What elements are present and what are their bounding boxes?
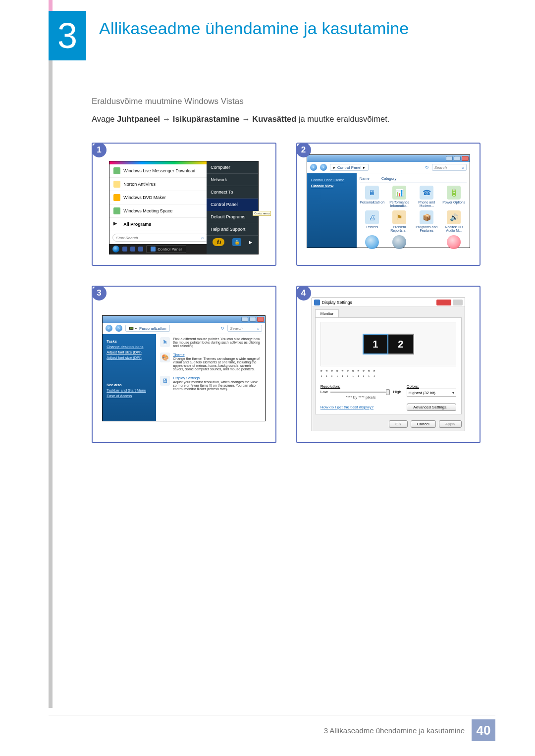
startmenu-right-item[interactable]: Computer [207,161,258,174]
resolution-slider[interactable]: Low High [321,390,401,394]
taskbar: Control Panel [109,244,207,254]
perso-mouse-pointers[interactable]: 🖱 Pick a different mouse pointer. You ca… [160,337,261,348]
screenshot-step3: 3 ‹ › 📟 « Personalization ↻ Search⌕ [92,286,276,443]
task-font-size-label[interactable]: Adjust font size (DPI) [107,355,152,360]
start-search[interactable]: ⌕ [109,231,207,244]
start-search-input[interactable] [112,234,209,242]
cp-home-link[interactable]: Control Panel Home [311,178,353,182]
all-programs[interactable]: All Programs [109,218,207,231]
titlebar: Display Settings [312,298,465,307]
taskbar-startmenu-link[interactable]: Taskbar and Start Menu [107,388,152,393]
col-name[interactable]: Name [360,176,370,181]
cp-main: Name Category 🖥Personalizati on 📊Perform… [357,173,470,248]
minimize-button[interactable] [241,317,248,322]
cp-item-realtek[interactable]: 🔊Realtek HD Audio M... [441,210,467,232]
monitor-1[interactable]: 1 [363,334,388,354]
taskbar-tile[interactable]: Control Panel [146,245,186,253]
startmenu-item[interactable]: Norton AntiVirus [109,178,207,191]
cp-item-label: Personalizati on [360,201,384,204]
cp-classic-link[interactable]: Classic View [311,184,353,188]
cancel-button[interactable]: Cancel [411,420,436,428]
startmenu-right-item[interactable]: Help and Support [207,223,258,236]
help-button[interactable] [453,300,463,305]
breadcrumb[interactable]: ▸ Control Panel ▸ [330,164,369,171]
chevron-right-icon[interactable]: ▶ [249,240,252,245]
row-desc: Pick a different mouse pointer. You can … [173,337,261,348]
cp-item-personalization[interactable]: 🖥Personalizati on [360,186,385,207]
chevron-down-icon: ▾ [452,391,454,395]
step-badge-3: 3 [92,286,107,301]
startmenu-item[interactable]: Windows DVD Maker [109,191,207,204]
cp-item-performance[interactable]: 📊Performance Informatio... [387,186,412,207]
cp-item-power[interactable]: 🔋Power Options [441,186,467,207]
screenshot-step1: 1 Windows Live Messenger Download Norton… [92,143,276,266]
dialog-buttons: OK Cancel Apply [312,417,465,431]
apply-button[interactable]: Apply [439,420,462,428]
startmenu-item[interactable]: Windows Live Messenger Download [109,164,207,178]
close-button[interactable] [436,300,451,305]
breadcrumb-text: Control Panel [337,165,361,170]
dvdmaker-icon [113,194,120,201]
cp-item-label: Realtek HD Audio M... [445,225,463,232]
arrow-icon [113,221,120,228]
startmenu-right-item[interactable]: Default Programs Custo remo [207,211,258,223]
maximize-button[interactable] [249,317,256,322]
lock-icon[interactable]: 🔒 [232,238,241,246]
maximize-button[interactable] [454,156,461,161]
perso-theme[interactable]: 🎨 ThemeChange the theme. Themes can chan… [160,353,261,371]
cp-item-more[interactable] [441,235,467,249]
startmenu-control-panel[interactable]: Control Panel [207,199,258,211]
ease-of-access-link[interactable]: Ease of Access [107,394,152,398]
cp-item-printers[interactable]: 🖨Printers [360,210,385,232]
breadcrumb[interactable]: 📟 « Personalization [125,325,169,332]
search-icon: ⌕ [462,165,464,170]
quicklaunch-icon[interactable] [122,247,127,252]
close-button[interactable] [462,156,469,161]
refresh-icon[interactable]: ↻ [220,326,224,331]
close-button[interactable] [257,317,264,322]
cp-column-headers: Name Category [360,175,467,183]
quicklaunch-icon[interactable] [138,247,143,252]
breadcrumb-text: Personalization [139,326,166,331]
quicklaunch-icon[interactable] [130,247,135,252]
instr-path3: Kuvasätted [252,114,296,123]
perso-display-settings[interactable]: 🖥 Display SettingsAdjust your monitor re… [160,376,261,391]
search-placeholder: Search [434,165,447,170]
startmenu-right-item[interactable]: Connect To [207,186,258,199]
search-box[interactable]: Search⌕ [432,164,467,171]
display-icon [314,300,320,305]
ok-button[interactable]: OK [389,420,408,428]
power-icon[interactable]: ⏻ [213,238,224,246]
task-desktop-icons[interactable]: Change desktop icons [107,345,152,349]
tab-monitor[interactable]: Monitor [315,309,339,317]
row-title: Theme [173,353,184,357]
cp-item-more[interactable] [360,235,385,249]
cp-item-label: Problem Reports a... [390,225,408,232]
colors-dropdown[interactable]: Highest (32 bit)▾ [407,389,456,397]
footer-rule [49,715,495,715]
col-category[interactable]: Category [381,176,396,181]
refresh-icon[interactable]: ↻ [425,165,429,170]
cp-item-programs[interactable]: 📦Programs and Features [414,210,439,232]
minimize-button[interactable] [446,156,453,161]
task-font-size[interactable]: Adjust font size (DPI) [107,350,152,354]
back-button[interactable]: ‹ [106,325,112,332]
monitor-2[interactable]: 2 [388,334,414,354]
cp-item-problem[interactable]: ⚑Problem Reports a... [387,210,412,232]
tasks-sidebar: Tasks Change desktop icons Adjust font s… [103,334,156,421]
start-orb-icon[interactable] [112,246,119,252]
cp-item-more[interactable] [387,235,412,249]
forward-button[interactable]: › [320,164,327,171]
cp-item-phone[interactable]: ☎Phone and Modem... [414,186,439,207]
search-box[interactable]: Search⌕ [227,325,262,332]
startmenu-label: Windows Meeting Space [123,208,172,213]
back-button[interactable]: ‹ [310,164,317,171]
best-display-link[interactable]: How do I get the best display? [321,405,374,409]
advanced-settings-button[interactable]: Advanced Settings... [407,403,456,411]
startmenu-item[interactable]: Windows Meeting Space [109,204,207,218]
forward-button[interactable]: › [115,325,122,332]
arrow2: → [240,114,253,123]
startmenu-right-item[interactable]: Network [207,174,258,186]
slider-thumb[interactable] [386,389,390,395]
seealso-heading: See also [107,383,152,387]
